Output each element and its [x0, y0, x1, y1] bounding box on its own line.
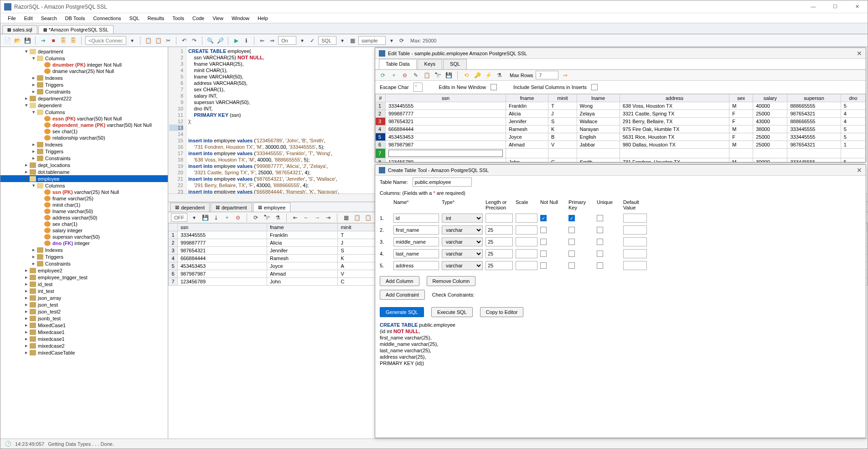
col-type-select[interactable]: varchar — [442, 249, 483, 258]
cell[interactable]: M — [729, 102, 753, 110]
menu-help[interactable]: Help — [254, 15, 272, 22]
filter-icon[interactable]: ⚗ — [274, 214, 282, 222]
cell[interactable]: 40000 — [753, 102, 787, 110]
delete-icon[interactable]: ⊖ — [401, 71, 409, 79]
edit-tab[interactable]: Table Data — [379, 59, 417, 69]
next-icon[interactable]: ⇒ — [268, 37, 276, 45]
column-header[interactable]: # — [376, 94, 386, 102]
tree-node[interactable]: ▸employee2 — [0, 267, 168, 274]
column-header[interactable]: minit — [548, 94, 577, 102]
tree-node[interactable]: dno (FK) integer — [0, 240, 168, 246]
cell[interactable]: 987987987 — [178, 270, 267, 278]
cell[interactable] — [386, 149, 506, 158]
close-button[interactable]: ✕ — [850, 4, 864, 10]
run-icon[interactable]: ▶ — [232, 37, 240, 45]
cell[interactable]: Franklin — [267, 231, 338, 239]
include-checkbox[interactable] — [591, 84, 598, 90]
cell[interactable]: 731 Fondren, Houston TX — [620, 158, 729, 162]
next-icon[interactable]: → — [313, 214, 321, 222]
cut-icon[interactable]: ✂ — [164, 37, 172, 45]
tree-node[interactable]: ▸dot.tablename — [0, 168, 168, 175]
tree-twisty-icon[interactable]: ▸ — [24, 288, 29, 294]
tree-node[interactable]: fname varchar(25) — [0, 195, 168, 202]
cell[interactable]: V — [548, 141, 577, 149]
key-icon[interactable]: 🔑 — [473, 71, 481, 79]
tree-panel[interactable]: ▾department▾Columnsdnumber (PK) integer … — [0, 47, 168, 439]
cell[interactable]: Ahmad — [267, 270, 338, 278]
cell[interactable] — [753, 149, 787, 158]
not-null-checkbox[interactable] — [540, 239, 547, 245]
primary-key-checkbox[interactable] — [568, 251, 575, 257]
col-length-input[interactable] — [486, 225, 513, 235]
unique-checkbox[interactable] — [597, 227, 603, 233]
schema-select[interactable] — [358, 36, 386, 45]
close-icon[interactable]: ✕ — [857, 167, 862, 174]
primary-key-checkbox[interactable] — [568, 227, 575, 233]
undo-icon[interactable]: ⟲ — [462, 71, 470, 79]
menu-search[interactable]: Search — [37, 15, 61, 22]
close-tab-icon[interactable]: ⊠ — [216, 204, 220, 210]
tree-node[interactable]: ▸dept_locations — [0, 162, 168, 168]
cell[interactable]: 888665555 — [787, 102, 841, 110]
close-tab-icon[interactable]: ⊠ — [7, 27, 11, 32]
cell[interactable]: B — [548, 133, 577, 141]
prev-icon[interactable]: ⇐ — [258, 37, 266, 45]
redo-icon[interactable]: ↷ — [190, 37, 198, 45]
col-type-select[interactable]: int — [442, 214, 483, 223]
open-icon[interactable]: 📂 — [13, 37, 21, 45]
cell[interactable]: J — [548, 110, 577, 118]
tree-node[interactable]: ▸Constraints — [0, 260, 168, 267]
cell[interactable]: 5 — [841, 125, 865, 133]
menu-view[interactable]: View — [209, 15, 227, 22]
binoculars-icon[interactable]: 🔭 — [434, 71, 442, 79]
cell[interactable]: K — [548, 125, 577, 133]
unique-checkbox[interactable] — [597, 215, 603, 221]
cell[interactable]: English — [577, 133, 620, 141]
result-tab[interactable]: ⊠dependent — [170, 203, 210, 212]
tree-twisty-icon[interactable]: ▸ — [24, 162, 29, 168]
menu-code[interactable]: Code — [189, 15, 208, 22]
binoculars-icon[interactable]: 🔭 — [263, 214, 271, 222]
menu-connections[interactable]: Connections — [89, 15, 124, 22]
tree-node[interactable]: ▸json_array — [0, 294, 168, 301]
cell[interactable]: Narayan — [577, 125, 620, 133]
cell[interactable]: 30000 — [753, 158, 787, 162]
default-input[interactable] — [623, 237, 647, 246]
cell[interactable]: 987654321 — [386, 118, 506, 125]
tree-twisty-icon[interactable]: ▸ — [31, 89, 36, 94]
cell[interactable] — [548, 149, 577, 158]
cell[interactable]: 453453453 — [386, 133, 506, 141]
tree-twisty-icon[interactable]: ▸ — [31, 148, 36, 154]
cell[interactable]: Smith — [577, 158, 620, 162]
cell[interactable]: Ramesh — [506, 125, 548, 133]
cell[interactable]: Jabbar — [577, 141, 620, 149]
col-scale-input[interactable] — [516, 214, 537, 223]
on-dd-icon[interactable]: ▾ — [298, 37, 306, 45]
column-header[interactable]: salary — [753, 94, 787, 102]
unique-checkbox[interactable] — [597, 262, 603, 269]
col-name-input[interactable] — [393, 237, 439, 246]
menu-file[interactable]: File — [4, 15, 20, 22]
copy-icon[interactable]: 📋 — [353, 214, 361, 222]
cell[interactable] — [787, 149, 841, 158]
filter-icon[interactable]: ⚗ — [495, 71, 503, 79]
tree-node[interactable]: dependent_name (PK) varchar(50) Not Null — [0, 122, 168, 128]
max-rows-input[interactable] — [536, 71, 558, 79]
cell[interactable]: Jennifer — [267, 247, 338, 255]
tree-twisty-icon[interactable]: ▸ — [24, 350, 29, 355]
close-tab-icon[interactable]: ⊠ — [43, 27, 47, 32]
tree-node[interactable]: ▸json_test — [0, 301, 168, 308]
tree-node[interactable]: address varchar(50) — [0, 214, 168, 221]
row-header[interactable]: 3 — [376, 118, 386, 125]
column-header[interactable]: sex — [729, 94, 753, 102]
undo-icon[interactable]: ↶ — [180, 37, 188, 45]
edit-tab[interactable]: Keys — [418, 59, 442, 69]
col-length-input[interactable] — [486, 249, 513, 258]
cell[interactable]: 333445555 — [386, 102, 506, 110]
copy-icon[interactable]: 📋 — [144, 37, 152, 45]
cell[interactable]: 123456789 — [386, 158, 506, 162]
find-icon[interactable]: 🔍 — [206, 37, 214, 45]
cell[interactable]: 888666555 — [787, 118, 841, 125]
cell[interactable]: 999887777 — [386, 110, 506, 118]
cell[interactable]: Wallace — [577, 118, 620, 125]
